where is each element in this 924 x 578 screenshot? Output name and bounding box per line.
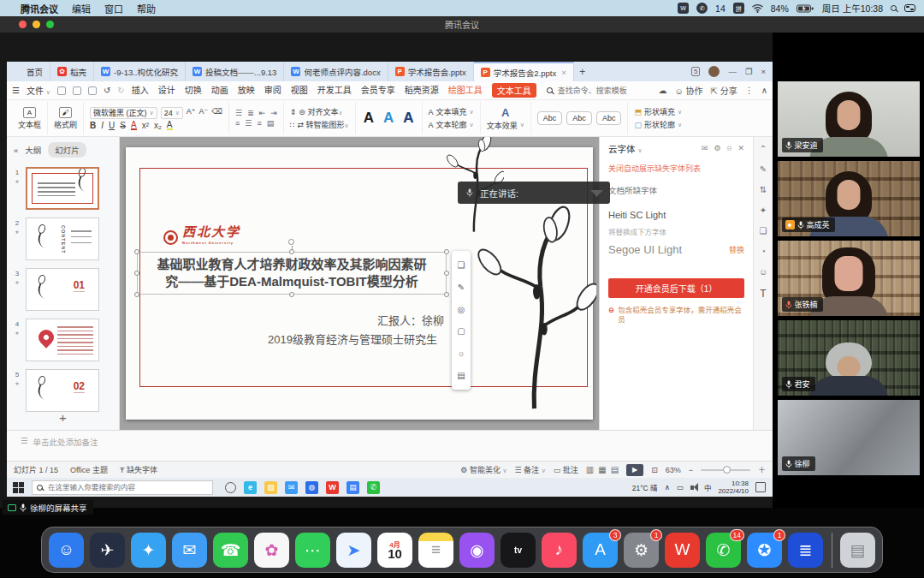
font-color-button[interactable]: A <box>131 121 137 130</box>
close-window-button[interactable] <box>19 21 27 28</box>
taskbar-app-icon[interactable]: e <box>244 481 257 494</box>
add-slide-button[interactable]: + <box>7 410 119 425</box>
pen-icon[interactable]: ✎ <box>458 283 465 292</box>
dock-app-icon[interactable]: W <box>665 533 700 568</box>
slide-thumbnail-row[interactable]: 2★ CONTENT <box>12 217 116 260</box>
wps-close-icon[interactable]: × <box>761 67 766 76</box>
dock-item[interactable]: ◉ <box>459 533 495 568</box>
participant-video[interactable]: ☻ 张铁楠 <box>778 241 920 316</box>
dock-app-icon[interactable]: ◉ <box>459 533 495 568</box>
shape-icon[interactable]: ▢ <box>457 326 465 336</box>
wordart-style-1[interactable]: A <box>362 110 376 127</box>
taskbar-clock[interactable]: 10:382022/4/10 <box>718 480 749 495</box>
resize-handle[interactable] <box>444 249 449 254</box>
dock-item[interactable]: ≡ <box>418 533 453 568</box>
text-fill-button[interactable]: A文本填充∨ <box>429 106 474 117</box>
align-right-icon[interactable]: ≡ <box>257 119 261 128</box>
ribbon-menu-item[interactable]: 会员专享 <box>361 83 395 98</box>
underline-button[interactable]: U <box>109 121 115 130</box>
tab-outline[interactable]: 大纲 <box>25 144 41 156</box>
dock-item[interactable]: ✈ <box>90 533 125 568</box>
ribbon-menu-item[interactable]: 设计 <box>158 83 175 98</box>
justify-icon[interactable]: ▤ <box>267 119 275 128</box>
close-panel-icon[interactable]: ✕ <box>737 144 744 153</box>
presenter-text[interactable]: 汇报人：徐柳 <box>293 312 444 328</box>
shape-style-3[interactable]: Abc <box>596 111 622 125</box>
export-icon[interactable] <box>73 86 81 95</box>
replace-link[interactable]: 替换 <box>729 244 744 255</box>
notes-placeholder[interactable]: 单击此处添加备注 <box>33 436 98 448</box>
wechat-menubar-icon[interactable]: ✆ <box>696 3 708 14</box>
account-avatar[interactable] <box>708 66 720 77</box>
dock-item[interactable]: 4月10 <box>377 533 412 568</box>
strikethrough-button[interactable]: S <box>120 121 126 130</box>
screen-share-pill[interactable]: 徐柳的屏幕共享 <box>2 500 93 515</box>
menubar-item[interactable]: 窗口 <box>104 2 123 15</box>
dock-item[interactable]: ☺ <box>49 533 84 568</box>
shape-fill-button[interactable]: ⬒形状填充∨ <box>634 106 682 117</box>
dock-item[interactable]: ✦ <box>131 533 166 568</box>
note-icon[interactable]: ▤ <box>457 371 465 380</box>
wps-restore-icon[interactable]: ❐ <box>745 67 753 76</box>
collapse-ribbon-icon[interactable]: ∧ <box>761 86 767 95</box>
slide-thumbnail-row[interactable]: 3★ 01 <box>12 268 116 311</box>
menubar-item[interactable]: 帮助 <box>137 2 156 15</box>
notes-pane[interactable]: ☰ 单击此处添加备注 <box>7 430 773 461</box>
taskbar-app-icon[interactable]: ▨ <box>264 481 277 494</box>
dock-item[interactable]: ⚙ 1 <box>624 533 659 568</box>
slide-thumbnail[interactable]: 01 <box>26 268 99 311</box>
dock-item[interactable]: ≣ <box>788 533 823 568</box>
clear-format-icon[interactable]: ⌫ <box>211 107 222 119</box>
missing-font-name[interactable]: Heiti SC Light <box>608 210 744 220</box>
dock-app-icon[interactable]: ✦ <box>131 533 166 568</box>
dock-app-icon[interactable]: 4月10 <box>377 533 412 568</box>
weather-status[interactable]: 21°C 晴 <box>632 482 658 492</box>
dock-item[interactable]: ✆ 14 <box>706 533 741 568</box>
participant-video[interactable]: ☻ 君安 <box>778 320 920 396</box>
align-left-icon[interactable]: ≡ <box>235 119 240 128</box>
participant-video[interactable]: ☻ 高成英 <box>778 161 920 236</box>
text-outline-button[interactable]: A文本轮廓∨ <box>429 119 474 130</box>
tab-slides[interactable]: 幻灯片 <box>48 142 86 158</box>
dock-app-icon[interactable]: ≡ <box>418 533 453 568</box>
document-tab[interactable]: P 学术报告会.pptx <box>388 62 474 81</box>
taskbar-app-icon[interactable]: ✆ <box>367 481 380 494</box>
idea-icon[interactable]: ☼ <box>457 349 465 358</box>
font-size-select[interactable]: 24∨ <box>161 107 183 119</box>
file-menu[interactable]: 文件 ∨ <box>27 84 50 97</box>
participant-video[interactable]: ☻ 徐柳 <box>778 400 920 475</box>
missing-font-status[interactable]: Ŧ 缺失字体 <box>120 464 157 475</box>
align-center-icon[interactable]: ☰ <box>245 119 252 128</box>
slide-thumbnail[interactable] <box>26 167 99 210</box>
wordart-style-2[interactable]: A <box>382 110 395 127</box>
resize-handle[interactable] <box>289 249 294 254</box>
document-tab[interactable]: 首页 <box>7 62 50 81</box>
reading-view-icon[interactable]: ▤ <box>611 465 619 474</box>
ribbon-menu-item[interactable]: 插入 <box>132 83 149 98</box>
dock-item[interactable]: W <box>665 533 700 568</box>
ribbon-menu-item[interactable]: 审阅 <box>264 83 281 98</box>
dock-item[interactable]: ➤ <box>336 533 371 568</box>
wps-menubar-icon[interactable]: W <box>678 3 689 14</box>
dock-app-icon[interactable]: ⋯ <box>295 533 330 568</box>
decrease-font-icon[interactable]: A⁻ <box>199 107 209 119</box>
bell-icon[interactable]: ⍾ <box>726 144 732 153</box>
dock-item[interactable]: A 3 <box>583 533 618 568</box>
ribbon-menu-item[interactable]: 开发工具 <box>317 83 352 98</box>
resize-handle[interactable] <box>444 271 449 276</box>
slide-thumbnail-row[interactable]: 4★ <box>12 319 116 361</box>
zoom-in-button[interactable]: ＋ <box>758 464 766 475</box>
dock-item[interactable]: tv <box>500 533 536 568</box>
ribbon-menu-item[interactable]: 绘图工具 <box>448 83 483 98</box>
resize-handle[interactable] <box>289 292 294 297</box>
effects-icon[interactable]: ✦ <box>760 206 767 215</box>
stamp-icon[interactable]: ◎ <box>458 305 465 314</box>
rotate-handle[interactable] <box>288 239 294 245</box>
dock-item[interactable]: ♪ <box>542 533 577 568</box>
textbox-tool[interactable]: A 文本框 <box>12 102 48 134</box>
zoom-out-button[interactable]: − <box>689 466 693 474</box>
tab-close-icon[interactable]: × <box>561 68 566 77</box>
menubar-clock[interactable]: 周日 上午10:38 <box>822 2 883 15</box>
taskbar-app-icon[interactable]: ◍ <box>305 481 318 494</box>
volume-icon[interactable] <box>690 486 694 490</box>
